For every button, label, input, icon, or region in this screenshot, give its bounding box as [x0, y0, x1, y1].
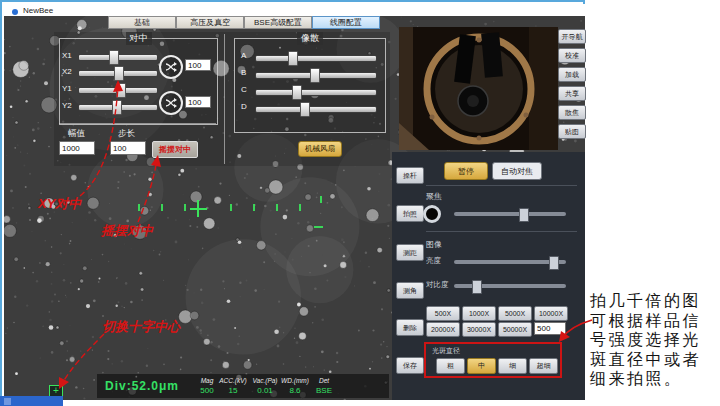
paste-button[interactable]: 贴图 [558, 124, 586, 139]
brightness-label: 亮度 [426, 256, 441, 266]
contrast-slider[interactable] [454, 284, 566, 288]
wobble-arrows-icon [164, 96, 178, 110]
brightness-slider[interactable] [454, 260, 566, 264]
stig-a-slider[interactable] [255, 55, 377, 62]
y2-slider[interactable] [78, 104, 158, 111]
focus-label: 聚焦 [426, 191, 442, 202]
measure-distance-button[interactable]: 测距 [396, 244, 424, 261]
x-wobble-button[interactable] [159, 55, 183, 79]
slider-label-b: B [241, 68, 246, 77]
graticule-tick [253, 204, 255, 211]
delete-button[interactable]: 删除 [396, 319, 424, 336]
slider-label-c: C [241, 85, 247, 94]
screenshot-stage: NewBee 基础 高压及真空 BSE高级配置 线圈配置 对中 X1 X2 [0, 0, 720, 406]
x1-slider[interactable] [78, 54, 158, 61]
calibrate-button[interactable]: 校准 [558, 48, 586, 63]
spot-fine-button[interactable]: 细 [498, 358, 527, 374]
joystick-tool-button[interactable]: 操杆 [396, 167, 424, 184]
spot-size-label: 光斑直径 [432, 346, 460, 356]
focus-knob[interactable] [423, 205, 441, 223]
control-panel: 操杆 拍照 测距 测角 删除 保存 暂停 自动对焦 聚焦 图像 亮度 对比度 5… [392, 152, 585, 400]
x2-slider[interactable] [78, 70, 158, 77]
divider [59, 123, 216, 124]
contrast-label: 对比度 [426, 280, 449, 290]
autofocus-button[interactable]: 自动对焦 [492, 162, 542, 180]
status-field-det: DetBSE [306, 377, 342, 395]
stig-b-slider[interactable] [255, 72, 377, 79]
centering-title: 对中 [126, 32, 152, 45]
centering-groupbox: 对中 [59, 38, 218, 125]
wobble-centering-button[interactable]: 摇摆对中 [152, 141, 198, 158]
brightness-slider-thumb[interactable] [549, 256, 559, 270]
mag-1000x-button[interactable]: 1000X [462, 306, 496, 321]
mag-10000x-button[interactable]: 10000X [534, 306, 568, 321]
graticule-tick [299, 204, 301, 211]
focus-slider[interactable] [454, 212, 566, 216]
annotation-switch-cross-center: 切换十字中心 [102, 318, 180, 336]
amplitude-input[interactable] [59, 141, 95, 155]
mag-5000x-button[interactable]: 5000X [498, 306, 532, 321]
mag-30000x-button[interactable]: 30000X [462, 322, 496, 337]
titlebar: NewBee [4, 4, 585, 16]
annotation-wobble-centering: 摇摆对中 [101, 222, 153, 240]
spot-ultrafine-button[interactable]: 超细 [529, 358, 558, 374]
stig-b-thumb[interactable] [310, 68, 320, 83]
pause-button[interactable]: 暂停 [444, 162, 488, 180]
measure-angle-button[interactable]: 测角 [396, 282, 424, 299]
stig-d-thumb[interactable] [300, 102, 310, 117]
status-field-acc: ACC.(kV)15 [215, 377, 251, 395]
save-button[interactable]: 保存 [396, 357, 424, 374]
graticule-tick [138, 204, 140, 211]
amplitude-label: 幅值 [68, 128, 85, 140]
slider-label-y2: Y2 [62, 101, 72, 110]
y2-slider-thumb[interactable] [112, 100, 122, 115]
share-button[interactable]: 共享 [558, 86, 586, 101]
tab-basic[interactable]: 基础 [108, 16, 176, 29]
mag-500x-button[interactable]: 500X [426, 306, 460, 321]
load-button[interactable]: 加载 [558, 67, 586, 82]
chamber-camera-view [399, 27, 558, 150]
slider-label-x1: X1 [62, 51, 72, 60]
wobble-arrows-icon [164, 60, 178, 74]
defocus-button[interactable]: 散焦 [558, 105, 586, 120]
graticule-tick [230, 204, 232, 211]
graticule-tick [320, 196, 322, 203]
stig-c-slider[interactable] [255, 89, 377, 96]
graticule-dash [314, 226, 323, 228]
spot-coarse-button[interactable]: 粗 [436, 358, 465, 374]
snapshot-tool-button[interactable]: 拍照 [396, 205, 424, 222]
graticule-tick [161, 204, 163, 211]
mechanical-fan-button[interactable]: 机械风扇 [298, 141, 342, 157]
x2-slider-thumb[interactable] [114, 66, 124, 81]
contrast-slider-thumb[interactable] [472, 280, 482, 294]
tab-coil-config[interactable]: 线圈配置 [312, 16, 380, 29]
stig-a-thumb[interactable] [288, 51, 298, 66]
image-section-label: 图像 [426, 239, 442, 250]
y1-slider[interactable] [78, 87, 158, 94]
mag-value-input[interactable] [534, 322, 566, 335]
graticule-tick [276, 204, 278, 211]
window-title: NewBee [23, 6, 53, 15]
divider [426, 185, 577, 186]
tab-bse-advanced[interactable]: BSE高级配置 [244, 16, 312, 29]
step-input[interactable] [110, 141, 146, 155]
slider-label-y1: Y1 [62, 84, 72, 93]
open-navigation-button[interactable]: 开导航 [558, 29, 586, 44]
y1-slider-thumb[interactable] [116, 83, 126, 98]
mag-20000x-button[interactable]: 20000X [426, 322, 460, 337]
tab-hv-vacuum[interactable]: 高压及真空 [176, 16, 244, 29]
start-button-icon[interactable] [4, 398, 11, 405]
y-wobble-button[interactable] [159, 91, 183, 115]
spot-medium-button[interactable]: 中 [467, 358, 496, 374]
stigmator-title: 像散 [297, 32, 323, 45]
stig-d-slider[interactable] [255, 106, 377, 113]
y-wobble-value-input[interactable] [185, 96, 211, 108]
graticule-tick [184, 204, 186, 211]
annotation-xy-centering: XY对中 [38, 195, 81, 213]
slider-label-x2: X2 [62, 67, 72, 76]
x1-slider-thumb[interactable] [109, 50, 119, 65]
x-wobble-value-input[interactable] [185, 59, 211, 71]
focus-slider-thumb[interactable] [519, 208, 529, 222]
mag-50000x-button[interactable]: 50000X [498, 322, 532, 337]
stig-c-thumb[interactable] [292, 85, 302, 100]
